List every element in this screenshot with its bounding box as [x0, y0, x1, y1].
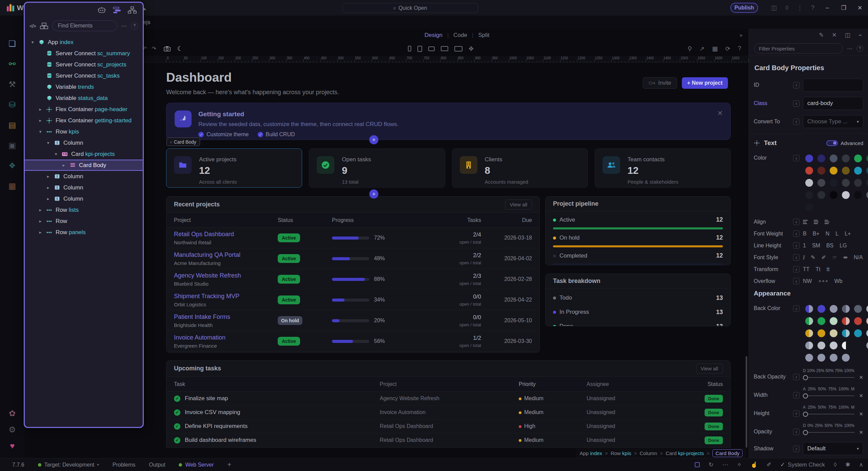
option-transform[interactable]: TT	[803, 266, 810, 272]
new-project-button[interactable]: + New project	[682, 77, 728, 89]
chevron-right-icon[interactable]: ▸	[38, 230, 43, 235]
kpi-card-clients[interactable]: Clients8Accounts managed	[452, 148, 588, 188]
color-swatch[interactable]	[817, 155, 825, 162]
upcoming-task-row[interactable]: ✓Finalize site mapAgency Website Refresh…	[166, 392, 730, 406]
kpi-card-active-projects[interactable]: Active projects12Across all clients	[166, 148, 302, 188]
option-overflow[interactable]: ∘∘∘	[818, 278, 828, 284]
prop-input-convert-to[interactable]: Choose Type ...▾	[803, 115, 863, 128]
prop-input-id[interactable]	[803, 79, 863, 91]
rail-layers-icon[interactable]: ▤	[4, 115, 20, 135]
breadcrumb-current[interactable]: Card Body	[712, 449, 743, 457]
project-table-row[interactable]: Retail Ops DashboardNorthwind RetailActi…	[166, 228, 539, 248]
color-swatch[interactable]	[817, 342, 825, 349]
pin-element-icon[interactable]: ⚲	[688, 45, 692, 53]
edit-pencil-icon[interactable]: ✎	[819, 32, 824, 39]
prop-input-shadow[interactable]: Default▾	[803, 442, 863, 455]
find-elements-input[interactable]: Find Elements	[52, 20, 117, 31]
problems-button[interactable]: Problems	[113, 462, 136, 468]
option-font-weight[interactable]: L+	[845, 231, 851, 237]
hand-cursor-icon[interactable]: ☞	[832, 254, 837, 261]
scale-label[interactable]: 25%	[815, 423, 823, 428]
props-help-icon[interactable]: ?	[856, 45, 863, 52]
scale-label[interactable]: 50%	[826, 368, 834, 373]
tree-item-index[interactable]: ▾App index	[25, 37, 143, 48]
scale-label[interactable]: 25%	[808, 387, 816, 391]
rail-blocks-icon[interactable]: ▦	[4, 176, 20, 196]
tree-item-lists[interactable]: ▸Row lists	[25, 204, 143, 216]
align-right-icon[interactable]	[825, 220, 829, 224]
info-icon[interactable]: i	[793, 82, 800, 88]
color-swatch[interactable]	[805, 305, 813, 313]
scale-label[interactable]: 75%	[828, 405, 836, 410]
option-line-height[interactable]: 1	[803, 243, 806, 249]
option-transform[interactable]: Tt	[816, 266, 821, 272]
tree-item-row[interactable]: ▸Row	[25, 216, 143, 227]
letter-spacing-icon[interactable]: ⇹	[843, 254, 847, 261]
color-swatch[interactable]	[830, 305, 837, 313]
color-swatch[interactable]	[805, 203, 813, 211]
chevron-right-icon[interactable]: ▸	[46, 185, 51, 190]
phone-icon[interactable]	[408, 46, 411, 52]
advanced-toggle[interactable]: Advanced	[826, 140, 863, 146]
prop-input-class[interactable]: card-body	[803, 97, 863, 110]
color-swatch[interactable]	[805, 155, 813, 162]
info-icon[interactable]: i	[793, 429, 800, 435]
share-export-icon[interactable]: ↗	[699, 45, 705, 53]
slider-clear-icon[interactable]: ✕	[854, 429, 863, 435]
collapse-up-icon[interactable]: ∧	[859, 461, 863, 468]
color-swatch[interactable]	[854, 342, 862, 349]
color-swatch[interactable]	[817, 167, 825, 175]
color-swatch[interactable]	[854, 329, 862, 337]
chevron-right-icon[interactable]: ▸	[46, 174, 51, 179]
project-name-link[interactable]: Patient Intake Forms	[174, 313, 278, 321]
scale-label[interactable]: 25%	[808, 405, 816, 410]
color-swatch[interactable]	[854, 155, 862, 162]
tree-item-column[interactable]: ▾Column	[25, 137, 143, 148]
filter-properties-input[interactable]: Filter Properties	[754, 43, 843, 54]
color-swatch[interactable]	[830, 342, 837, 349]
color-swatch[interactable]	[842, 305, 850, 313]
tree-item-sc_projects[interactable]: Server Connect sc_projects	[25, 59, 143, 70]
layout-columns-icon[interactable]: ◫	[845, 32, 850, 39]
mode-design[interactable]: Design	[425, 32, 442, 39]
color-swatch[interactable]	[830, 191, 837, 199]
feedback-thumb-icon[interactable]: ☝	[751, 461, 758, 468]
scale-label[interactable]: 100%	[839, 387, 849, 391]
info-icon[interactable]: i	[793, 446, 800, 452]
align-center-icon[interactable]	[814, 220, 818, 224]
color-swatch[interactable]	[817, 317, 825, 325]
quick-open-button[interactable]: ⌕ Quick Open	[342, 3, 478, 13]
chevron-right-icon[interactable]: ▸	[38, 118, 43, 123]
option-line-height[interactable]: BS	[826, 243, 833, 249]
refresh-icon[interactable]: ⟳	[725, 45, 730, 53]
ai-assistant-robot-icon[interactable]	[97, 6, 106, 14]
scale-label[interactable]: 50%	[825, 423, 833, 428]
project-table-row[interactable]: Agency Website RefreshBluebird StudioAct…	[166, 269, 539, 290]
canvas-help-icon[interactable]: ?	[738, 45, 741, 52]
rail-favorites-icon[interactable]: ♥	[4, 438, 20, 454]
color-swatch[interactable]	[854, 179, 862, 187]
rail-settings-icon[interactable]: ⚙	[4, 422, 20, 438]
rail-tools-icon[interactable]: ⚒	[4, 74, 20, 95]
color-swatch[interactable]	[830, 155, 837, 162]
color-swatch[interactable]	[842, 329, 850, 337]
info-icon[interactable]: i	[793, 392, 800, 398]
color-swatch[interactable]	[817, 191, 825, 199]
tree-item-page-header[interactable]: ▸Flex Container page-header	[25, 104, 143, 115]
scale-label[interactable]: 50%	[818, 387, 826, 391]
color-swatch[interactable]	[817, 329, 825, 337]
slider-knob[interactable]	[803, 375, 808, 380]
mode-code[interactable]: Code	[453, 32, 467, 39]
info-icon[interactable]: i	[793, 410, 800, 417]
color-swatch[interactable]	[805, 329, 813, 337]
color-swatch[interactable]	[842, 191, 850, 199]
chevron-down-icon[interactable]: ▾	[30, 40, 35, 45]
option-font-weight[interactable]: L	[835, 231, 839, 237]
kpi-card-team-contacts[interactable]: Team contacts12People & stakeholders	[595, 148, 731, 188]
option-line-height[interactable]: LG	[840, 243, 847, 249]
tree-item-column[interactable]: ▸Column	[25, 182, 143, 193]
chevron-right-icon[interactable]: ▸	[46, 196, 51, 201]
color-swatch[interactable]	[805, 179, 813, 187]
project-table-row[interactable]: Shipment Tracking MVPOrbit LogisticsActi…	[166, 290, 539, 310]
color-swatch[interactable]	[866, 317, 868, 325]
